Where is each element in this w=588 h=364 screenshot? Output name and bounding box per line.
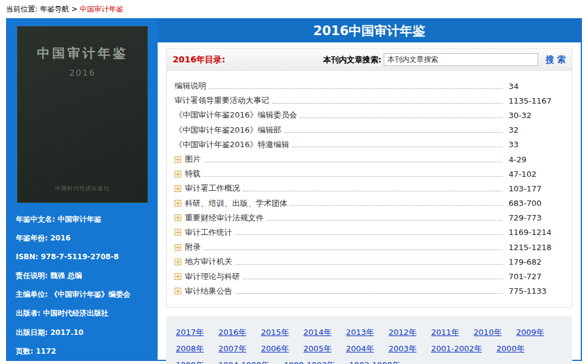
- year-link[interactable]: 2005年: [304, 341, 332, 357]
- toc-item-pages: 33: [509, 140, 564, 149]
- meta-label: 页数:: [16, 347, 36, 356]
- year-link[interactable]: 2008年: [176, 341, 204, 357]
- toc-item[interactable]: 《中国审计年鉴2016》编辑部 32: [175, 123, 564, 137]
- main-container: 中国审计年鉴 2016 中国时代经济出版社 年鉴中文名: 中国审计年鉴 年鉴年份…: [6, 18, 582, 361]
- meta-label: 年鉴年份:: [16, 234, 50, 242]
- expand-plus-icon[interactable]: [175, 288, 181, 294]
- expand-plus-icon[interactable]: [175, 156, 181, 163]
- toc-item[interactable]: 重要财经审计法规文件 729-773: [175, 211, 564, 225]
- breadcrumb-nav-link[interactable]: 年鉴导航: [40, 5, 69, 13]
- meta-value: 魏强 总编: [50, 271, 82, 280]
- dotted-leader: [235, 293, 503, 294]
- toc-item[interactable]: 《中国审计年鉴2016》编辑委员会 30-32: [175, 108, 564, 122]
- toc-item[interactable]: 科研、培训、出版、学术团体 683-700: [175, 196, 564, 211]
- dotted-leader: [243, 191, 503, 191]
- expand-plus-icon[interactable]: [175, 185, 181, 192]
- toc-item[interactable]: 审计署领导重要活动大事记 1135-1167: [175, 93, 564, 108]
- meta-label: ISBN:: [16, 253, 41, 261]
- toc-item-label[interactable]: 审计工作统计: [185, 227, 232, 238]
- toc-item[interactable]: 附录 1215-1218: [175, 240, 564, 254]
- year-link[interactable]: 2004年: [346, 341, 374, 357]
- toc-item-label[interactable]: 附录: [185, 242, 201, 253]
- toc-item-label[interactable]: 《中国审计年鉴2016》特邀编辑: [175, 139, 289, 150]
- dotted-leader: [267, 220, 503, 220]
- toc-item[interactable]: 特载 47-102: [175, 167, 564, 181]
- year-link[interactable]: 2010年: [473, 325, 501, 340]
- toc-item-label[interactable]: 重要财经审计法规文件: [185, 213, 264, 223]
- year-link[interactable]: 2000年: [496, 341, 524, 357]
- toc-item[interactable]: 编辑说明 34: [175, 79, 564, 93]
- meta-label: 出版者:: [16, 309, 43, 317]
- expand-plus-icon[interactable]: [175, 244, 181, 251]
- year-link[interactable]: 2013年: [346, 325, 374, 340]
- meta-label: 年鉴中文名:: [16, 215, 58, 223]
- year-link[interactable]: 2012年: [389, 325, 416, 340]
- year-link[interactable]: 2007年: [218, 341, 246, 357]
- toc-title: 2016年目录:: [173, 55, 226, 65]
- year-link[interactable]: 2017年: [176, 325, 204, 340]
- toc-item[interactable]: 图片 4-29: [175, 152, 564, 167]
- year-link[interactable]: 1989-1993年: [284, 357, 335, 364]
- year-link[interactable]: 1994-1998年: [218, 357, 269, 364]
- year-link[interactable]: 2011年: [431, 325, 459, 340]
- year-link[interactable]: 2009年: [516, 325, 544, 340]
- toc-item-pages: 30-32: [509, 111, 564, 120]
- toc-item-label[interactable]: 图片: [185, 154, 201, 165]
- sidebar: 中国审计年鉴 2016 中国时代经济出版社 年鉴中文名: 中国审计年鉴 年鉴年份…: [7, 19, 158, 360]
- toc-item[interactable]: 审计理论与科研 701-727: [175, 269, 564, 283]
- toc-item-label[interactable]: 审计理论与科研: [185, 271, 240, 282]
- book-meta-row: 主编单位: 《中国审计年鉴》编委会: [16, 290, 149, 300]
- year-link[interactable]: 2015年: [261, 325, 289, 340]
- expand-plus-icon[interactable]: [175, 259, 181, 265]
- toc-item-label[interactable]: 地方审计机关: [185, 256, 232, 267]
- expand-plus-icon[interactable]: [175, 171, 181, 177]
- book-meta-row: ISBN: 978-7-5119-2708-8: [16, 253, 149, 262]
- toc-item-pages: 103-177: [509, 184, 564, 193]
- toc-item[interactable]: 审计署工作概况 103-177: [175, 181, 564, 196]
- toc-item-label[interactable]: 《中国审计年鉴2016》编辑部: [175, 125, 281, 136]
- toc-item-label[interactable]: 编辑说明: [175, 81, 206, 91]
- book-cover-title: 中国审计年鉴: [18, 45, 147, 62]
- toc-item[interactable]: 地方审计机关 179-682: [175, 254, 564, 269]
- dotted-leader: [204, 162, 503, 162]
- dotted-leader: [292, 147, 503, 147]
- toc-item-label[interactable]: 审计署工作概况: [185, 183, 240, 194]
- toc-item-pages: 47-102: [509, 170, 564, 179]
- toc-list: 编辑说明 34 审计署领导重要活动大事记 1135-1167 《中国审计年鉴20…: [167, 71, 572, 307]
- toc-item-label[interactable]: 《中国审计年鉴2016》编辑委员会: [175, 110, 297, 121]
- year-link[interactable]: 1983-1988年: [349, 357, 400, 364]
- book-meta-row: 出版日期: 2017.10: [16, 328, 149, 338]
- year-link[interactable]: 2001-2002年: [431, 341, 482, 357]
- toc-item-label[interactable]: 审计署领导重要活动大事记: [175, 95, 269, 106]
- toc-item-pages: 34: [509, 82, 564, 91]
- toc-item-label[interactable]: 科研、培训、出版、学术团体: [185, 198, 287, 209]
- toc-item-pages: 32: [509, 125, 564, 134]
- year-link[interactable]: 2016年: [218, 325, 246, 340]
- toc-item[interactable]: 审计工作统计 1169-1214: [175, 225, 564, 240]
- expand-plus-icon[interactable]: [175, 229, 181, 236]
- dotted-leader: [243, 279, 503, 279]
- content-column: 2016中国审计年鉴 2016年目录: 本刊内文章搜索: 搜 索 编辑说明 34…: [158, 19, 581, 360]
- year-link[interactable]: 2014年: [304, 325, 332, 340]
- meta-value: 1172: [36, 347, 56, 356]
- year-link[interactable]: 2003年: [389, 341, 416, 357]
- toc-item-pages: 701-727: [509, 272, 564, 281]
- search-button[interactable]: 搜 索: [546, 55, 566, 65]
- toc-panel: 2016年目录: 本刊内文章搜索: 搜 索 编辑说明 34 审计署领导重要活动大…: [166, 48, 572, 308]
- expand-plus-icon[interactable]: [175, 200, 181, 207]
- dotted-leader: [235, 264, 503, 265]
- expand-plus-icon[interactable]: [175, 214, 181, 221]
- toc-item-label[interactable]: 特载: [185, 168, 201, 179]
- search-label: 本刊内文章搜索:: [323, 55, 381, 65]
- year-links-panel: 2017年 2016年 2015年 2014年 2013年 2012年 2011…: [166, 316, 572, 364]
- search-input[interactable]: [384, 53, 538, 66]
- toc-item-pages: 1215-1218: [509, 243, 564, 252]
- meta-label: 出版日期:: [16, 328, 50, 337]
- expand-plus-icon[interactable]: [175, 273, 181, 280]
- toc-item[interactable]: 审计结果公告 775-1133: [175, 284, 564, 299]
- year-link[interactable]: 1999年: [176, 357, 204, 364]
- toc-item[interactable]: 《中国审计年鉴2016》特邀编辑 33: [175, 137, 564, 152]
- year-link[interactable]: 2006年: [261, 341, 289, 357]
- toc-item-label[interactable]: 审计结果公告: [185, 286, 232, 297]
- meta-value: 中国时代经济出版社: [43, 309, 109, 317]
